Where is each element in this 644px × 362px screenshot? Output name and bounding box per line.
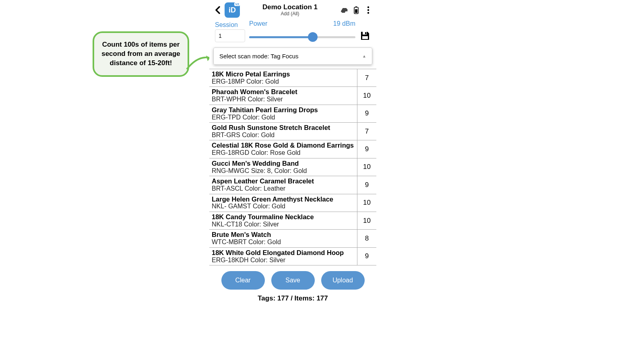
- power-label: Power: [249, 20, 267, 27]
- list-item-info: Pharoah Women's BraceletBRT-WPHR Color: …: [209, 87, 357, 104]
- save-settings-button[interactable]: [359, 30, 371, 41]
- item-name: Gold Rush Sunstone Stretch Bracelet: [212, 124, 355, 132]
- upload-button[interactable]: Upload: [321, 271, 365, 290]
- item-count: 9: [357, 140, 376, 158]
- list-item[interactable]: 18K Micro Petal EarringsERG-18MP Color: …: [209, 69, 376, 87]
- list-item-info: Large Helen Green Amethyst NecklaceNKL- …: [209, 194, 357, 212]
- list-item[interactable]: Large Helen Green Amethyst NecklaceNKL- …: [209, 194, 376, 212]
- page-subtitle: Add (All): [242, 11, 338, 16]
- kebab-menu-icon[interactable]: [364, 6, 372, 14]
- header-icons: [340, 6, 372, 14]
- slider-fill: [249, 36, 313, 38]
- list-item-info: Gray Tahitian Pearl Earring DropsERG-TPD…: [209, 105, 357, 122]
- page-title: Demo Location 1: [242, 4, 338, 11]
- battery-icon: [352, 6, 360, 14]
- session-power-row: Session Power 19 dBm: [209, 20, 376, 43]
- svg-rect-2: [355, 9, 357, 13]
- callout-bubble: Count 100s of items per second from an a…: [93, 31, 189, 77]
- item-name: Gucci Men's Wedding Band: [212, 160, 355, 167]
- chevron-up-icon: ▲: [362, 54, 366, 58]
- svg-rect-1: [355, 6, 357, 7]
- item-count: 7: [357, 123, 376, 140]
- svg-rect-7: [365, 32, 366, 34]
- list-item[interactable]: Gray Tahitian Pearl Earring DropsERG-TPD…: [209, 105, 376, 123]
- item-subtitle: BRT-ASCL Color: Leather: [212, 185, 355, 192]
- power-slider[interactable]: [249, 31, 355, 43]
- item-count: 9: [357, 176, 376, 193]
- action-buttons: Clear Save Upload: [209, 271, 376, 290]
- item-count: 8: [357, 230, 376, 247]
- svg-point-5: [367, 12, 369, 14]
- list-item-info: Aspen Leather Caramel BraceletBRT-ASCL C…: [209, 176, 357, 193]
- list-item[interactable]: Gold Rush Sunstone Stretch BraceletBRT-G…: [209, 123, 376, 140]
- dropdown-label: Select scan mode: Tag Focus: [219, 53, 299, 60]
- header: iD V2 Demo Location 1 Add (All): [209, 0, 376, 19]
- scanner-icon[interactable]: [340, 6, 348, 14]
- item-name: Pharoah Women's Bracelet: [212, 88, 355, 96]
- item-count: 10: [357, 158, 376, 176]
- item-subtitle: BRT-WPHR Color: Silver: [212, 96, 355, 103]
- item-subtitle: WTC-MBRT Color: Gold: [212, 239, 355, 246]
- list-item[interactable]: Celestial 18K Rose Gold & Diamond Earrin…: [209, 140, 376, 158]
- list-item[interactable]: 18K White Gold Elongated Diamond HoopERG…: [209, 248, 376, 265]
- logo-badge: V2: [234, 2, 240, 6]
- item-subtitle: ERG-18KDH Color: Silver: [212, 257, 355, 264]
- item-name: 18K Micro Petal Earrings: [212, 70, 355, 78]
- item-name: 18K Candy Tourmaline Necklace: [212, 213, 355, 221]
- clear-button[interactable]: Clear: [221, 271, 265, 290]
- item-name: 18K White Gold Elongated Diamond Hoop: [212, 249, 355, 257]
- list-item-info: 18K White Gold Elongated Diamond HoopERG…: [209, 248, 357, 265]
- list-item-info: 18K Micro Petal EarringsERG-18MP Color: …: [209, 69, 357, 86]
- item-name: Gray Tahitian Pearl Earring Drops: [212, 106, 355, 114]
- callout-text: Count 100s of items per second from an a…: [101, 41, 180, 67]
- list-item-info: Brute Men's WatchWTC-MBRT Color: Gold: [209, 230, 357, 247]
- item-count: 9: [357, 248, 376, 265]
- session-input[interactable]: [215, 29, 245, 42]
- item-count: 10: [357, 212, 376, 229]
- power-value: 19 dBm: [333, 20, 355, 28]
- back-button[interactable]: [213, 6, 222, 14]
- session-label: Session: [215, 21, 245, 29]
- item-subtitle: ERG-TPD Color: Gold: [212, 114, 355, 121]
- power-column: Power 19 dBm: [249, 20, 355, 43]
- item-name: Celestial 18K Rose Gold & Diamond Earrin…: [212, 142, 355, 149]
- item-count: 9: [357, 105, 376, 122]
- list-item[interactable]: 18K Candy Tourmaline NecklaceNKL-CT18 Co…: [209, 212, 376, 230]
- svg-point-4: [367, 9, 369, 11]
- item-name: Aspen Leather Caramel Bracelet: [212, 177, 355, 185]
- item-count: 7: [357, 69, 376, 86]
- logo-text: iD: [229, 6, 236, 14]
- list-item[interactable]: Pharoah Women's BraceletBRT-WPHR Color: …: [209, 87, 376, 105]
- item-name: Large Helen Green Amethyst Necklace: [212, 195, 355, 203]
- footer-stats: Tags: 177 / Items: 177: [209, 294, 376, 302]
- svg-rect-8: [362, 36, 368, 39]
- title-block: Demo Location 1 Add (All): [242, 4, 338, 16]
- app-logo: iD V2: [225, 2, 240, 18]
- item-name: Brute Men's Watch: [212, 231, 355, 239]
- list-item[interactable]: Brute Men's WatchWTC-MBRT Color: Gold8: [209, 230, 376, 247]
- app-screen: iD V2 Demo Location 1 Add (All) Session: [209, 0, 376, 334]
- item-subtitle: ERG-18RGD Color: Rose Gold: [212, 149, 355, 156]
- slider-thumb[interactable]: [308, 32, 318, 42]
- list-item-info: Celestial 18K Rose Gold & Diamond Earrin…: [209, 140, 357, 158]
- item-subtitle: BRT-GRS Color: Gold: [212, 132, 355, 139]
- save-button[interactable]: Save: [271, 271, 315, 290]
- list-item[interactable]: Gucci Men's Wedding BandRNG-MWGC Size: 8…: [209, 158, 376, 176]
- list-item-info: 18K Candy Tourmaline NecklaceNKL-CT18 Co…: [209, 212, 357, 229]
- list-item-info: Gold Rush Sunstone Stretch BraceletBRT-G…: [209, 123, 357, 140]
- item-count: 10: [357, 194, 376, 212]
- list-item-info: Gucci Men's Wedding BandRNG-MWGC Size: 8…: [209, 158, 357, 176]
- item-subtitle: NKL- GAMST Color: Gold: [212, 203, 355, 210]
- session-column: Session: [215, 21, 245, 42]
- item-subtitle: RNG-MWGC Size: 8, Color: Gold: [212, 167, 355, 175]
- item-list: 18K Micro Petal EarringsERG-18MP Color: …: [209, 69, 376, 265]
- item-subtitle: NKL-CT18 Color: Silver: [212, 221, 355, 228]
- svg-point-3: [367, 6, 369, 8]
- item-count: 10: [357, 87, 376, 104]
- scan-mode-dropdown[interactable]: Select scan mode: Tag Focus ▲: [213, 47, 372, 65]
- item-subtitle: ERG-18MP Color: Gold: [212, 78, 355, 85]
- list-item[interactable]: Aspen Leather Caramel BraceletBRT-ASCL C…: [209, 176, 376, 194]
